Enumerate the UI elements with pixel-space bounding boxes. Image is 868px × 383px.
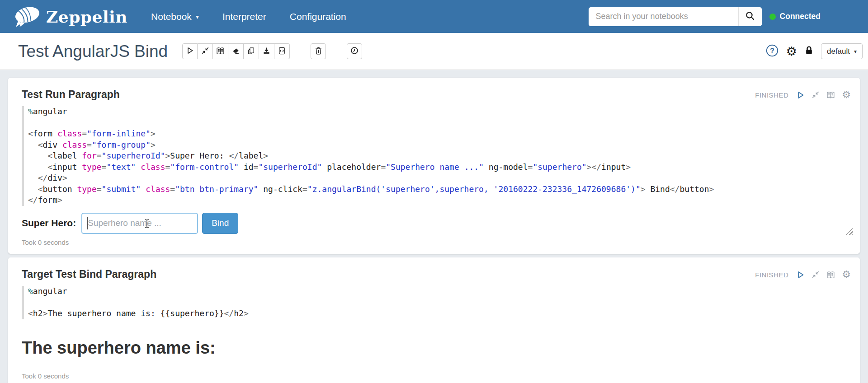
search-icon — [745, 11, 755, 22]
nav-notebook[interactable]: Notebook ▾ — [151, 11, 199, 22]
took-label: Took 0 seconds — [22, 372, 851, 380]
collapse-expand-button[interactable] — [198, 43, 213, 59]
download-icon — [263, 47, 270, 56]
run-scheduler-button[interactable] — [347, 43, 362, 59]
bind-button[interactable]: Bind — [202, 213, 238, 234]
paragraph-test-run: Test Run Paragraph FINISHED — [8, 78, 860, 254]
superhero-label: Super Hero: — [22, 218, 76, 229]
connected-label: Connected — [780, 12, 821, 21]
note-body: Test Run Paragraph FINISHED — [0, 70, 868, 383]
note-settings-gear-icon[interactable]: ⚙ — [786, 45, 797, 57]
superhero-input-wrap — [81, 213, 198, 234]
copy-pages-icon — [247, 47, 255, 56]
superhero-output-heading: The superhero name is: — [22, 338, 851, 358]
note-header-right: ? ⚙ default ▾ — [766, 43, 863, 59]
took-label: Took 0 seconds — [22, 238, 851, 246]
text-caret — [87, 217, 88, 229]
show-hide-output-button[interactable] — [826, 91, 835, 99]
code-file-icon — [278, 47, 286, 56]
brand-title: Zeppelin — [46, 7, 127, 26]
clear-output-button[interactable] — [228, 43, 244, 59]
interpreter-binding-dropdown[interactable]: default ▾ — [821, 43, 863, 59]
search-button[interactable] — [738, 7, 762, 26]
angular-form-output: Super Hero: Bind — [22, 213, 851, 234]
note-header: Test AngularJS Bind — [0, 33, 868, 70]
note-toolbar — [182, 43, 290, 59]
paragraph-title[interactable]: Target Test Bind Paragraph — [22, 268, 156, 280]
top-navbar: Zeppelin Notebook ▾ Interpreter Configur… — [0, 0, 868, 33]
clock-icon — [350, 47, 359, 56]
lock-icon[interactable] — [805, 46, 813, 57]
paragraph-title[interactable]: Test Run Paragraph — [22, 89, 120, 101]
code-editor[interactable]: %angular <form class="form-inline"> <div… — [22, 106, 851, 206]
nav-interpreter[interactable]: Interpreter — [222, 11, 266, 22]
paragraph-settings-gear-icon[interactable]: ⚙ — [842, 90, 851, 100]
paragraph-header: Target Test Bind Paragraph FINISHED — [22, 268, 851, 280]
export-note-button[interactable] — [259, 43, 274, 59]
connected-dot-icon — [769, 14, 776, 20]
nav-configuration[interactable]: Configuration — [290, 11, 346, 22]
paragraph-target-bind: Target Test Bind Paragraph FINISHED — [8, 257, 860, 383]
run-all-paragraphs-button[interactable] — [182, 43, 198, 59]
note-title[interactable]: Test AngularJS Bind — [18, 42, 168, 61]
paragraph-header: Test Run Paragraph FINISHED — [22, 89, 851, 101]
connection-status: Connected — [769, 12, 821, 21]
trash-icon — [315, 47, 322, 56]
code-editor[interactable]: %angular <h2>The superhero name is: {{su… — [22, 286, 851, 319]
superhero-input[interactable] — [81, 213, 198, 234]
open-book-icon — [216, 47, 225, 56]
chevron-down-icon: ▾ — [854, 48, 857, 55]
play-icon — [186, 47, 194, 56]
search-input[interactable] — [589, 7, 738, 26]
run-paragraph-button[interactable] — [796, 91, 805, 99]
paragraph-settings-gear-icon[interactable]: ⚙ — [842, 270, 851, 280]
collapse-arrows-icon — [201, 47, 209, 56]
show-hide-code-button[interactable] — [213, 43, 228, 59]
collapse-paragraph-button[interactable] — [811, 91, 820, 99]
status-badge: FINISHED — [755, 91, 788, 99]
notebook-search — [589, 7, 762, 26]
run-paragraph-button[interactable] — [796, 271, 805, 279]
zeppelin-brand[interactable]: Zeppelin — [13, 5, 127, 28]
zeppelin-logo-icon — [13, 5, 42, 28]
remove-note-button[interactable] — [311, 43, 326, 59]
show-hide-output-button[interactable] — [826, 271, 835, 279]
svg-text:?: ? — [770, 47, 774, 54]
paragraph-controls: FINISHED ⚙ — [755, 89, 851, 100]
status-badge: FINISHED — [755, 271, 788, 279]
paragraph-controls: FINISHED ⚙ — [755, 268, 851, 280]
commit-note-button[interactable] — [274, 43, 290, 59]
clone-note-button[interactable] — [244, 43, 259, 59]
collapse-paragraph-button[interactable] — [811, 271, 820, 279]
eraser-icon — [232, 47, 240, 56]
help-icon[interactable]: ? — [766, 44, 778, 59]
notebook-caret-icon: ▾ — [196, 13, 199, 20]
